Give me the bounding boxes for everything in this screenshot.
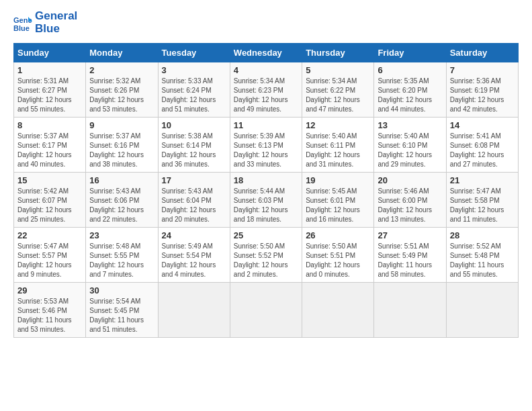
calendar-cell: 17Sunrise: 5:43 AM Sunset: 6:04 PM Dayli… xyxy=(158,173,230,228)
day-number: 21 xyxy=(450,175,515,185)
day-info: Sunrise: 5:43 AM Sunset: 6:04 PM Dayligh… xyxy=(162,187,226,224)
calendar-cell: 14Sunrise: 5:41 AM Sunset: 6:08 PM Dayli… xyxy=(446,118,518,173)
day-info: Sunrise: 5:47 AM Sunset: 5:57 PM Dayligh… xyxy=(17,242,82,279)
day-number: 3 xyxy=(162,65,226,75)
calendar-cell: 22Sunrise: 5:47 AM Sunset: 5:57 PM Dayli… xyxy=(14,228,86,283)
day-info: Sunrise: 5:52 AM Sunset: 5:48 PM Dayligh… xyxy=(450,242,515,279)
calendar-cell xyxy=(230,283,302,338)
calendar-cell xyxy=(158,283,230,338)
calendar-week-4: 22Sunrise: 5:47 AM Sunset: 5:57 PM Dayli… xyxy=(14,228,519,283)
day-number: 15 xyxy=(17,175,82,185)
calendar-cell: 5Sunrise: 5:34 AM Sunset: 6:22 PM Daylig… xyxy=(302,62,374,118)
calendar-cell: 28Sunrise: 5:52 AM Sunset: 5:48 PM Dayli… xyxy=(446,228,518,283)
calendar-cell: 4Sunrise: 5:34 AM Sunset: 6:23 PM Daylig… xyxy=(230,62,302,118)
calendar-cell: 10Sunrise: 5:38 AM Sunset: 6:14 PM Dayli… xyxy=(158,118,230,173)
calendar-week-1: 1Sunrise: 5:31 AM Sunset: 6:27 PM Daylig… xyxy=(14,62,519,118)
day-number: 8 xyxy=(17,120,82,130)
calendar-cell: 15Sunrise: 5:42 AM Sunset: 6:07 PM Dayli… xyxy=(14,173,86,228)
day-info: Sunrise: 5:38 AM Sunset: 6:14 PM Dayligh… xyxy=(162,132,226,169)
calendar-cell: 6Sunrise: 5:35 AM Sunset: 6:20 PM Daylig… xyxy=(374,62,446,118)
calendar-body: 1Sunrise: 5:31 AM Sunset: 6:27 PM Daylig… xyxy=(14,62,519,338)
day-info: Sunrise: 5:33 AM Sunset: 6:24 PM Dayligh… xyxy=(162,77,226,114)
calendar-cell: 30Sunrise: 5:54 AM Sunset: 5:45 PM Dayli… xyxy=(86,283,158,338)
calendar-cell: 18Sunrise: 5:44 AM Sunset: 6:03 PM Dayli… xyxy=(230,173,302,228)
day-number: 30 xyxy=(89,285,154,295)
logo-text-line1: General xyxy=(35,10,77,23)
day-info: Sunrise: 5:41 AM Sunset: 6:08 PM Dayligh… xyxy=(450,132,515,169)
column-header-monday: Monday xyxy=(86,44,158,62)
day-info: Sunrise: 5:42 AM Sunset: 6:07 PM Dayligh… xyxy=(17,187,82,224)
day-number: 27 xyxy=(378,230,442,240)
column-header-tuesday: Tuesday xyxy=(158,44,230,62)
day-info: Sunrise: 5:45 AM Sunset: 6:01 PM Dayligh… xyxy=(306,187,370,224)
column-header-saturday: Saturday xyxy=(446,44,518,62)
day-info: Sunrise: 5:37 AM Sunset: 6:16 PM Dayligh… xyxy=(89,132,154,169)
calendar-cell: 27Sunrise: 5:51 AM Sunset: 5:49 PM Dayli… xyxy=(374,228,446,283)
day-info: Sunrise: 5:37 AM Sunset: 6:17 PM Dayligh… xyxy=(17,132,82,169)
calendar-header-row: SundayMondayTuesdayWednesdayThursdayFrid… xyxy=(14,44,519,62)
day-number: 25 xyxy=(234,230,298,240)
column-header-friday: Friday xyxy=(374,44,446,62)
calendar-cell: 21Sunrise: 5:47 AM Sunset: 5:58 PM Dayli… xyxy=(446,173,518,228)
day-number: 18 xyxy=(234,175,298,185)
day-number: 14 xyxy=(450,120,515,130)
day-number: 26 xyxy=(306,230,370,240)
day-number: 20 xyxy=(378,175,442,185)
calendar-cell xyxy=(374,283,446,338)
calendar-cell: 2Sunrise: 5:32 AM Sunset: 6:26 PM Daylig… xyxy=(86,62,158,118)
day-info: Sunrise: 5:54 AM Sunset: 5:45 PM Dayligh… xyxy=(89,297,154,334)
column-header-thursday: Thursday xyxy=(302,44,374,62)
day-info: Sunrise: 5:46 AM Sunset: 6:00 PM Dayligh… xyxy=(378,187,442,224)
calendar-cell: 25Sunrise: 5:50 AM Sunset: 5:52 PM Dayli… xyxy=(230,228,302,283)
calendar-cell: 12Sunrise: 5:40 AM Sunset: 6:11 PM Dayli… xyxy=(302,118,374,173)
day-number: 13 xyxy=(378,120,442,130)
day-number: 19 xyxy=(306,175,370,185)
day-info: Sunrise: 5:40 AM Sunset: 6:11 PM Dayligh… xyxy=(306,132,370,169)
day-number: 2 xyxy=(89,65,154,75)
logo-icon: General Blue xyxy=(13,13,32,32)
day-number: 10 xyxy=(162,120,226,130)
calendar-cell: 29Sunrise: 5:53 AM Sunset: 5:46 PM Dayli… xyxy=(14,283,86,338)
day-number: 28 xyxy=(450,230,515,240)
day-info: Sunrise: 5:50 AM Sunset: 5:51 PM Dayligh… xyxy=(306,242,370,279)
calendar-cell: 9Sunrise: 5:37 AM Sunset: 6:16 PM Daylig… xyxy=(86,118,158,173)
day-number: 23 xyxy=(89,230,154,240)
day-info: Sunrise: 5:36 AM Sunset: 6:19 PM Dayligh… xyxy=(450,77,515,114)
page-container: General Blue General Blue SundayMondayTu… xyxy=(0,0,532,345)
day-info: Sunrise: 5:39 AM Sunset: 6:13 PM Dayligh… xyxy=(234,132,298,169)
calendar-cell: 20Sunrise: 5:46 AM Sunset: 6:00 PM Dayli… xyxy=(374,173,446,228)
calendar-cell: 26Sunrise: 5:50 AM Sunset: 5:51 PM Dayli… xyxy=(302,228,374,283)
day-info: Sunrise: 5:53 AM Sunset: 5:46 PM Dayligh… xyxy=(17,297,82,334)
calendar-cell: 7Sunrise: 5:36 AM Sunset: 6:19 PM Daylig… xyxy=(446,62,518,118)
column-header-sunday: Sunday xyxy=(14,44,86,62)
day-info: Sunrise: 5:32 AM Sunset: 6:26 PM Dayligh… xyxy=(89,77,154,114)
day-number: 1 xyxy=(17,65,82,75)
logo-text-line2: Blue xyxy=(35,23,77,36)
calendar-cell: 16Sunrise: 5:43 AM Sunset: 6:06 PM Dayli… xyxy=(86,173,158,228)
day-number: 16 xyxy=(89,175,154,185)
day-info: Sunrise: 5:44 AM Sunset: 6:03 PM Dayligh… xyxy=(234,187,298,224)
calendar-table: SundayMondayTuesdayWednesdayThursdayFrid… xyxy=(13,43,519,338)
calendar-week-3: 15Sunrise: 5:42 AM Sunset: 6:07 PM Dayli… xyxy=(14,173,519,228)
page-header: General Blue General Blue xyxy=(13,10,519,35)
calendar-cell: 11Sunrise: 5:39 AM Sunset: 6:13 PM Dayli… xyxy=(230,118,302,173)
calendar-cell: 19Sunrise: 5:45 AM Sunset: 6:01 PM Dayli… xyxy=(302,173,374,228)
day-info: Sunrise: 5:31 AM Sunset: 6:27 PM Dayligh… xyxy=(17,77,82,114)
calendar-cell: 8Sunrise: 5:37 AM Sunset: 6:17 PM Daylig… xyxy=(14,118,86,173)
calendar-week-5: 29Sunrise: 5:53 AM Sunset: 5:46 PM Dayli… xyxy=(14,283,519,338)
day-info: Sunrise: 5:49 AM Sunset: 5:54 PM Dayligh… xyxy=(162,242,226,279)
calendar-week-2: 8Sunrise: 5:37 AM Sunset: 6:17 PM Daylig… xyxy=(14,118,519,173)
day-info: Sunrise: 5:34 AM Sunset: 6:22 PM Dayligh… xyxy=(306,77,370,114)
day-number: 4 xyxy=(234,65,298,75)
day-info: Sunrise: 5:51 AM Sunset: 5:49 PM Dayligh… xyxy=(378,242,442,279)
logo: General Blue General Blue xyxy=(13,10,77,35)
calendar-cell: 24Sunrise: 5:49 AM Sunset: 5:54 PM Dayli… xyxy=(158,228,230,283)
svg-text:Blue: Blue xyxy=(13,24,30,32)
day-number: 5 xyxy=(306,65,370,75)
day-number: 24 xyxy=(162,230,226,240)
day-number: 9 xyxy=(89,120,154,130)
day-info: Sunrise: 5:48 AM Sunset: 5:55 PM Dayligh… xyxy=(89,242,154,279)
day-info: Sunrise: 5:35 AM Sunset: 6:20 PM Dayligh… xyxy=(378,77,442,114)
calendar-cell: 3Sunrise: 5:33 AM Sunset: 6:24 PM Daylig… xyxy=(158,62,230,118)
day-number: 12 xyxy=(306,120,370,130)
